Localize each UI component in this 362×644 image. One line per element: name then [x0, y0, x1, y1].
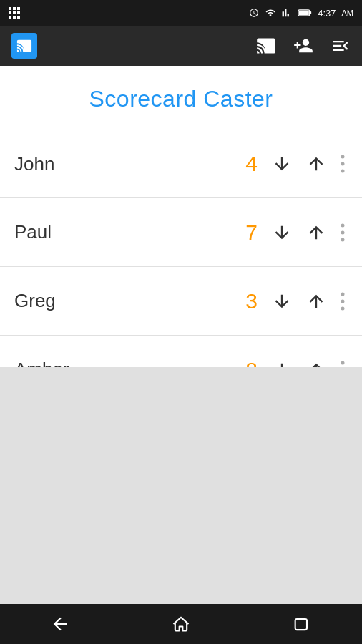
svg-point-12: [341, 361, 345, 364]
gray-area: [0, 367, 362, 605]
arrow-down-icon: [272, 154, 292, 174]
increment-button[interactable]: [303, 357, 329, 367]
more-icon: [341, 154, 345, 174]
wifi-icon: [265, 8, 276, 18]
arrow-up-icon: [306, 154, 326, 174]
player-score: 7: [232, 220, 258, 245]
increment-button[interactable]: [303, 220, 329, 245]
player-controls: [269, 357, 348, 367]
status-ampm: AM: [342, 9, 354, 17]
svg-rect-1: [310, 11, 312, 14]
status-bar-right: 4:37 AM: [249, 8, 353, 19]
page-title: Scorecard Caster: [11, 86, 351, 112]
cast-button[interactable]: [256, 36, 276, 56]
arrow-down-icon: [272, 291, 292, 311]
player-row: Greg 3: [0, 267, 362, 336]
arrow-down-icon: [272, 223, 292, 243]
more-options-button[interactable]: [338, 220, 348, 245]
player-name: Greg: [14, 290, 232, 312]
arrow-up-icon: [306, 223, 326, 243]
more-icon: [341, 291, 345, 311]
player-list: John 4: [0, 130, 362, 367]
svg-point-6: [341, 223, 345, 227]
svg-point-10: [341, 299, 345, 303]
player-row: Paul 7: [0, 198, 362, 267]
player-name: John: [14, 153, 232, 175]
svg-rect-18: [295, 619, 306, 630]
nav-bar: [0, 26, 362, 66]
svg-rect-2: [299, 11, 309, 16]
more-icon: [341, 223, 345, 243]
recents-button[interactable]: [278, 608, 326, 640]
svg-point-4: [341, 162, 345, 166]
decrement-button[interactable]: [269, 220, 295, 245]
arrow-up-icon: [306, 291, 326, 311]
svg-point-9: [341, 292, 345, 296]
svg-point-3: [341, 155, 345, 159]
increment-button[interactable]: [303, 151, 329, 177]
page-title-container: Scorecard Caster: [0, 66, 362, 130]
grid-icon: [9, 7, 20, 19]
increment-button[interactable]: [303, 288, 329, 314]
player-score: 8: [232, 358, 258, 367]
player-score: 3: [232, 289, 258, 313]
status-time: 4:37: [318, 8, 336, 19]
decrement-button[interactable]: [269, 357, 295, 367]
player-row: Amber 8: [0, 336, 362, 367]
status-bar-left: [9, 7, 20, 19]
svg-point-11: [341, 306, 345, 310]
cast-logo-icon: [16, 38, 32, 54]
nav-actions: [256, 36, 351, 56]
decrement-button[interactable]: [269, 288, 295, 314]
home-button[interactable]: [157, 608, 205, 640]
menu-button[interactable]: [331, 36, 351, 56]
battery-icon: [298, 9, 312, 17]
more-options-button[interactable]: [338, 357, 348, 367]
svg-point-8: [341, 238, 345, 241]
arrow-up-icon: [306, 360, 326, 367]
decrement-button[interactable]: [269, 151, 295, 177]
player-name: Amber: [14, 358, 232, 367]
more-options-button[interactable]: [338, 288, 348, 314]
signal-icon: [282, 8, 292, 18]
player-controls: [269, 288, 348, 314]
player-score: 4: [232, 152, 258, 176]
bottom-nav: [0, 604, 362, 644]
back-button[interactable]: [36, 608, 84, 640]
arrow-down-icon: [272, 360, 292, 367]
player-controls: [269, 151, 348, 177]
player-controls: [269, 220, 348, 245]
player-name: Paul: [14, 221, 232, 243]
svg-point-5: [341, 170, 345, 173]
alarm-icon: [249, 8, 259, 18]
more-options-button[interactable]: [338, 151, 348, 177]
more-icon: [341, 360, 345, 367]
player-row: John 4: [0, 130, 362, 198]
add-user-button[interactable]: [293, 36, 313, 56]
status-bar: 4:37 AM: [0, 0, 362, 26]
cast-logo[interactable]: [11, 33, 37, 59]
svg-point-7: [341, 230, 345, 234]
